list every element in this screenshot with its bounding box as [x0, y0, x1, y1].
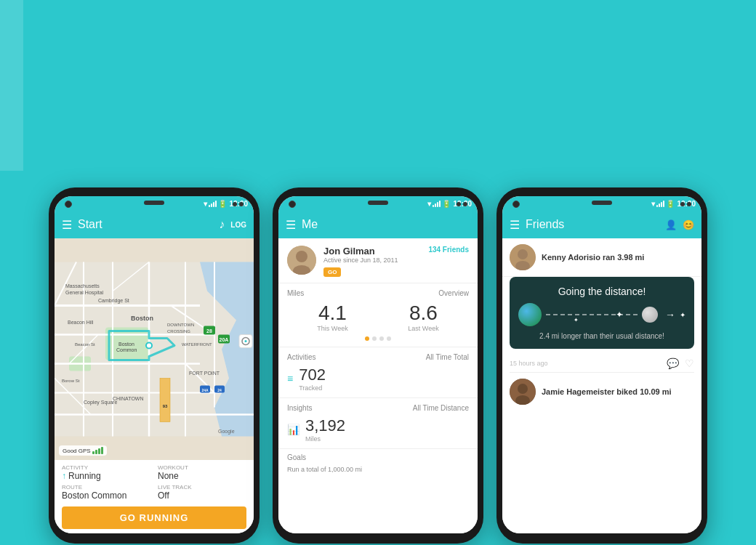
friend2-activity: biked 10.09 mi — [616, 387, 671, 396]
svg-point-54 — [518, 249, 528, 259]
bar-chart-icon: 📊 — [287, 424, 299, 435]
profile-search-icon[interactable]: 👤 — [665, 219, 677, 230]
gps-label: Good GPS — [63, 448, 91, 454]
activity-value: ↑ Running — [62, 471, 150, 481]
route-value: Boston Common — [62, 490, 150, 501]
add-friend-icon[interactable]: 😊 — [683, 219, 694, 230]
phone-dot — [233, 202, 237, 206]
profile-info: Jon Gilman Active since Jun 18, 2011 GO — [323, 246, 398, 277]
svg-text:Massachusetts: Massachusetts — [65, 283, 100, 288]
activities-count: 702 — [299, 366, 326, 384]
distance-group: 3,192 Miles — [305, 416, 345, 443]
hamburger-icon-2[interactable]: ☰ — [286, 218, 296, 232]
phone-top-bar-2 — [273, 201, 483, 208]
insights-label: Insights — [287, 404, 312, 412]
arrow-icon: → — [665, 309, 675, 320]
friend1-avatar — [510, 244, 536, 270]
moon-icon — [642, 307, 658, 323]
phone2-screen: ▾ 🔋 12:30 ☰ Me — [278, 196, 478, 533]
phone-dot — [680, 202, 685, 206]
friend-item-1[interactable]: Kenny Adorisio ran 3.98 mi — [502, 238, 701, 277]
friend1-name-bold: Kenny Adorisio — [542, 253, 600, 262]
phones-container: ▾ 🔋 12:30 ☰ Start ♪ LOG — [0, 0, 756, 544]
activity-info: Activity ↑ Running — [62, 464, 150, 481]
svg-text:Google: Google — [218, 429, 235, 435]
goals-label: Goals — [287, 453, 306, 461]
workout-info: Workout None — [158, 464, 246, 481]
phone-start: ▾ 🔋 12:30 ☰ Start ♪ LOG — [49, 187, 260, 544]
go-running-button[interactable]: GO RUNNING — [62, 506, 246, 529]
svg-text:CHINATOWN: CHINATOWN — [113, 396, 144, 401]
gps-bar3 — [98, 448, 100, 454]
svg-text:93: 93 — [163, 404, 168, 408]
time-ago-text: 15 hours ago — [510, 360, 548, 367]
list-icon: ≡ — [287, 373, 293, 384]
svg-text:Beacon St: Beacon St — [75, 342, 95, 347]
svg-text:24: 24 — [217, 388, 222, 392]
activities-row: ≡ 702 Tracked — [287, 366, 469, 392]
page-dot-active — [365, 336, 369, 341]
hamburger-icon[interactable]: ☰ — [62, 218, 72, 232]
friend1-name: Kenny Adorisio ran 3.98 mi — [542, 253, 694, 262]
phone3-screen: ▾ 🔋 12:30 ☰ Friends 👤 😊 — [502, 196, 701, 533]
heart-icon[interactable]: ♡ — [685, 358, 694, 369]
svg-text:WATERFRONT: WATERFRONT — [182, 342, 212, 347]
friend2-text: Jamie Hagemeister biked 10.09 mi — [542, 387, 694, 396]
miles-values: 4.1 This Week 8.6 Last Week — [287, 302, 469, 332]
distance-value: 3,192 — [305, 416, 345, 435]
friends-button[interactable]: 134 Friends — [428, 246, 469, 254]
svg-point-48 — [245, 340, 247, 342]
phone-top-bar-1 — [49, 201, 260, 208]
phone-me: ▾ 🔋 12:30 ☰ Me — [273, 187, 483, 544]
this-week-label: This Week — [317, 325, 347, 332]
svg-text:Cambridge St: Cambridge St — [98, 298, 129, 304]
goals-section: Goals Run a total of 1,000.00 mi — [278, 449, 478, 477]
music-icon[interactable]: ♪ — [219, 218, 225, 231]
phone-dot — [687, 202, 691, 206]
svg-text:CROSSING: CROSSING — [167, 329, 190, 334]
time-ago-row: 15 hours ago 💬 ♡ — [502, 355, 701, 372]
insights-row: 📊 3,192 Miles — [287, 416, 469, 443]
all-time-distance-label: All Time Distance — [413, 404, 469, 412]
goals-header: Goals — [287, 453, 469, 461]
profile-section: Jon Gilman Active since Jun 18, 2011 GO … — [278, 238, 478, 283]
last-week-label: Last Week — [408, 325, 438, 332]
friend-item-2[interactable]: Jamie Hagemeister biked 10.09 mi — [502, 373, 701, 411]
svg-text:Boston: Boston — [131, 315, 153, 322]
live-track-value: Off — [158, 490, 246, 501]
hamburger-icon-3[interactable]: ☰ — [510, 218, 520, 232]
info-row-2: Route Boston Common Live Track Off — [62, 484, 246, 501]
all-time-total-label: All Time Total — [426, 353, 469, 361]
friend2-name-bold: Jamie Hagemeister — [542, 387, 614, 396]
comment-icon[interactable]: 💬 — [667, 358, 679, 369]
map-svg: 93 24A 24 Massachusetts General Hospital… — [55, 238, 254, 460]
log-button[interactable]: LOG — [230, 221, 246, 229]
phone-dot — [463, 202, 467, 206]
friend2-name: Jamie Hagemeister biked 10.09 mi — [542, 387, 694, 396]
svg-text:Common: Common — [116, 347, 137, 352]
phone-dot — [239, 202, 244, 206]
svg-text:DOWNTOWN: DOWNTOWN — [167, 323, 194, 327]
workout-value: None — [158, 471, 246, 481]
achievement-card: Going the distance! ✦ ✦ → ✦ 2.4 mi longe… — [510, 277, 694, 349]
activities-count-group: 702 Tracked — [299, 366, 326, 392]
svg-text:28: 28 — [206, 328, 212, 334]
user-name: Jon Gilman — [323, 246, 398, 257]
gps-badge: Good GPS — [59, 445, 107, 456]
gps-bar2 — [95, 450, 97, 454]
gps-bar1 — [92, 451, 94, 454]
user-avatar — [287, 246, 316, 275]
app-bar-3: ☰ Friends 👤 😊 — [502, 211, 701, 238]
svg-text:Borow St: Borow St — [62, 379, 80, 383]
user-since: Active since Jun 18, 2011 — [323, 257, 398, 264]
phone-friends: ▾ 🔋 12:30 ☰ Friends 👤 😊 — [496, 187, 707, 544]
svg-point-51 — [296, 251, 307, 262]
gps-bar4 — [101, 447, 103, 454]
map-view[interactable]: 93 24A 24 Massachusetts General Hospital… — [55, 238, 254, 460]
overview-label: Overview — [438, 289, 469, 297]
page-dot — [379, 336, 384, 341]
svg-text:Beacon Hill: Beacon Hill — [68, 320, 94, 325]
tracked-label: Tracked — [299, 384, 326, 392]
activities-label: Activities — [287, 353, 315, 361]
phone-top-bar-3 — [496, 201, 707, 208]
